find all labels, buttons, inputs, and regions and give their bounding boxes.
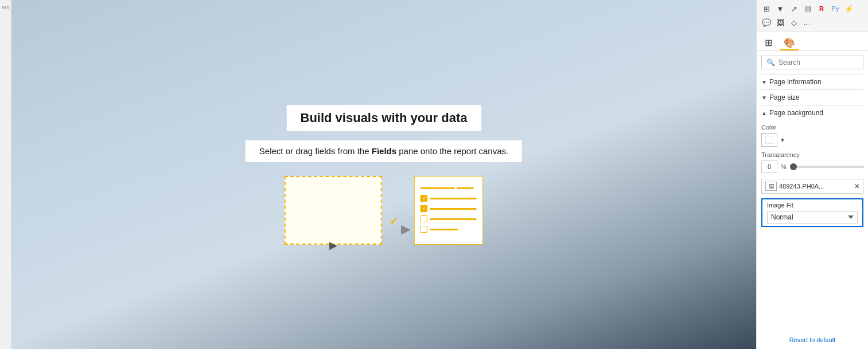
tab-grid[interactable]: ⊞ [761,35,776,50]
tab-format-icon: 🎨 [784,37,795,48]
illus-check-2: ✓ [421,205,427,212]
illus-row-3 [421,215,477,222]
left-strip-label: ers [2,5,9,10]
left-strip: ers [0,0,11,349]
image-file-icon: 🖼 [765,182,777,191]
tab-grid-icon: ⊞ [765,37,772,48]
color-picker-row: ▼ [761,133,863,147]
canvas-empty-state: Build visuals with your data Select or d… [246,105,522,245]
white-square-icon [765,136,773,144]
tab-format[interactable]: 🎨 [780,35,799,50]
illus-check-1: ✓ [421,195,427,202]
color-swatch[interactable] [761,133,777,147]
revert-to-default-link[interactable]: Revert to default [789,336,836,343]
page-information-header[interactable]: ▼ Page information [761,74,863,89]
canvas-subtitle-box: Select or drag fields from the Fields pa… [246,140,522,162]
revert-row: Revert to default [757,330,868,349]
toolbar-icon-py[interactable]: Py [829,2,842,15]
illus-right-panel: ✓ ✓ [414,176,483,245]
transparency-slider[interactable] [790,166,864,168]
illus-row-1: ✓ [421,195,477,202]
page-size-header[interactable]: ▼ Page size [761,90,863,105]
color-label: Color [761,124,863,131]
toolbar-icon-cursor[interactable]: ↗ [788,2,800,15]
page-background-label: Page background [769,109,823,117]
image-file-row: 🖼 489243-PH0A... ✕ [761,179,863,194]
search-bar[interactable]: 🔍 [761,56,863,69]
illus-check-3 [421,215,427,222]
illus-check-4 [421,226,427,233]
transparency-percent: % [781,163,787,170]
illus-row-2: ✓ [421,205,477,212]
canvas-title-box: Build visuals with your data [287,105,481,131]
svg-rect-0 [765,136,773,144]
search-icon: 🔍 [766,58,775,66]
page-size-section: ▼ Page size [757,90,868,105]
toolbar-more[interactable]: ... [801,18,811,27]
toolbar-icon-speech[interactable]: 💬 [760,16,773,29]
panel-tabs: ⊞ 🎨 [757,32,868,51]
image-fit-label: Image Fit [767,202,858,209]
illus-line-1 [430,198,477,199]
color-dropdown-arrow[interactable]: ▼ [780,137,785,143]
toolbar-icon-lightning[interactable]: ⚡ [843,2,855,15]
page-bg-chevron: ▲ [761,110,767,116]
transparency-row: Transparency % [761,151,863,173]
toolbar-icon-image[interactable]: 🖼 [774,16,787,29]
illus-line-3 [430,218,477,220]
bg-section-content: Color ▼ Transparency % [761,120,863,230]
image-remove-button[interactable]: ✕ [854,183,859,190]
panel-toolbar: ⊞ ▼ ↗ ⊟ R Py ⚡ 💬 🖼 ◇ ... [757,0,868,32]
page-size-chevron: ▼ [761,95,767,101]
image-file-name: 489243-PH0A... [779,183,852,190]
toolbar-icon-grid[interactable]: ⊞ [760,2,773,15]
report-canvas: Build visuals with your data Select or d… [11,0,756,349]
page-background-section: ▲ Page background Color ▼ Transparency % [757,105,868,230]
illus-checkmark: ✓ [390,215,398,228]
page-information-section: ▼ Page information [757,74,868,89]
toolbar-icon-diamond[interactable]: ◇ [788,16,800,29]
page-background-header[interactable]: ▲ Page background [761,105,863,120]
page-size-label: Page size [769,93,800,101]
illus-line-4 [430,229,458,230]
transparency-input-row: % [761,160,863,173]
toolbar-icon-R[interactable]: R [815,2,828,15]
canvas-subtitle: Select or drag fields from the Fields pa… [259,146,508,156]
cursor: ▶ [329,239,337,252]
canvas-title: Build visuals with your data [301,111,468,125]
search-input[interactable] [779,58,865,66]
image-fit-box: Image Fit NormalFitFillTile [761,198,863,227]
transparency-number-input[interactable] [761,160,777,173]
toolbar-icon-table[interactable]: ⊟ [801,2,814,15]
illus-line-2 [430,208,477,210]
toolbar-icon-filter[interactable]: ▼ [774,2,787,15]
image-fit-select[interactable]: NormalFitFillTile [767,211,858,223]
page-info-chevron: ▼ [761,79,767,85]
illus-row-4 [421,226,477,233]
illus-left-panel: ✓ ▶ [285,176,382,245]
illus-arrow: ▶ [401,222,411,237]
transparency-label: Transparency [761,151,863,158]
canvas-illustration: ✓ ▶ ✓ ✓ [285,176,483,245]
page-information-label: Page information [769,78,822,86]
format-panel: ⊞ ▼ ↗ ⊟ R Py ⚡ 💬 🖼 ◇ ... ⊞ 🎨 🔍 ▼ Page in… [756,0,868,349]
